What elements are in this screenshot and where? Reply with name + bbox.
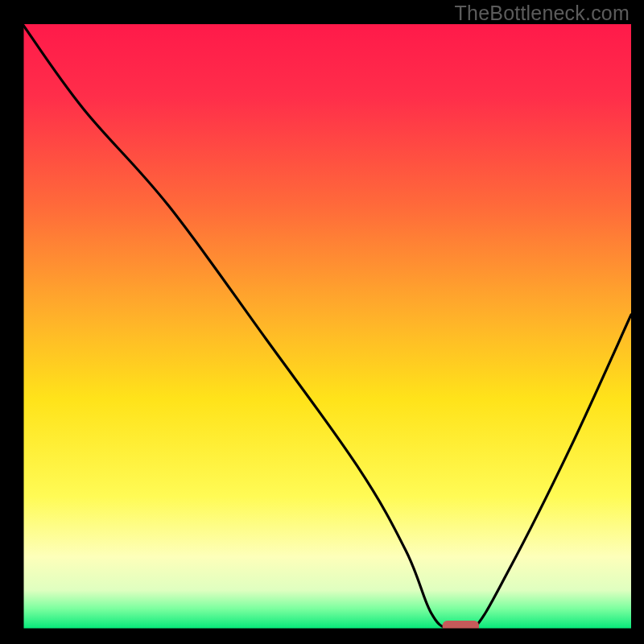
watermark-text: TheBottleneck.com: [455, 2, 630, 25]
chart-frame: TheBottleneck.com: [0, 0, 644, 644]
chart-svg: [0, 0, 644, 644]
plot-background: [23, 24, 631, 630]
